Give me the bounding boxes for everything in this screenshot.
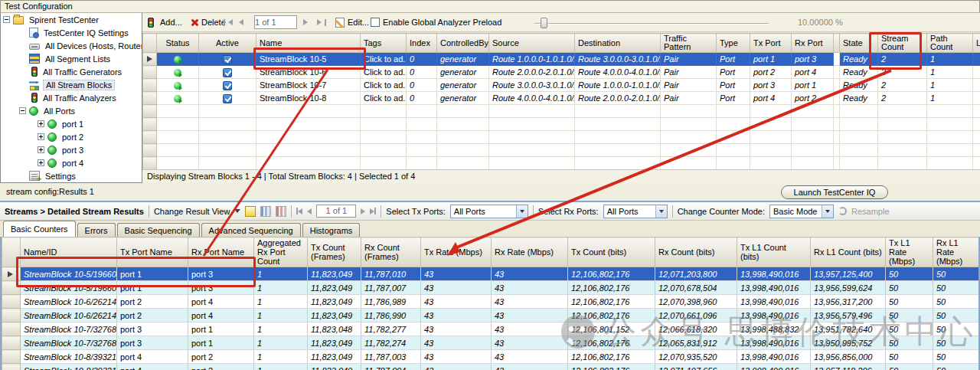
col-controlledby[interactable]: ControlledBy <box>437 34 489 53</box>
stream-block-row[interactable]: StreamBlock 10-6 Click to ad... 0 genera… <box>143 66 980 79</box>
collapse-icon[interactable] <box>19 107 26 114</box>
tab-histograms[interactable]: Histograms <box>302 223 361 237</box>
row-selector[interactable] <box>143 79 157 92</box>
col-index[interactable]: Index <box>407 34 437 53</box>
col-rx-count-frames[interactable]: Rx Count (Frames) <box>361 237 421 267</box>
row-selector[interactable] <box>143 92 157 105</box>
row-selector[interactable] <box>2 350 21 364</box>
stream-result-row[interactable]: StreamBlock 10-7/327681 port 3 port 1 1 … <box>2 336 979 350</box>
tree-item-port-3[interactable]: port 3 <box>1 143 142 156</box>
col-traffic-pattern[interactable]: Traffic Pattern <box>661 34 717 53</box>
col-tx-port-name[interactable]: Tx Port Name <box>117 237 188 267</box>
col-tx-port[interactable]: Tx Port <box>750 34 792 53</box>
row-selector[interactable] <box>143 53 157 66</box>
active-checkbox[interactable] <box>223 68 232 77</box>
col-tx-count-bits[interactable]: Tx Count (bits) <box>568 237 655 267</box>
col-rx-port[interactable]: Rx Port <box>792 34 834 53</box>
tree-item-all-stream-blocks[interactable]: All Stream Blocks <box>1 78 142 91</box>
tab-errors[interactable]: Errors <box>77 223 116 237</box>
col-tx-count-frames[interactable]: Tx Count (Frames) <box>308 237 361 267</box>
chevron-down-icon[interactable] <box>822 205 833 218</box>
preload-checkbox[interactable] <box>371 18 380 27</box>
rx-ports-select[interactable]: All Ports <box>603 205 668 218</box>
results-next-page-button[interactable] <box>361 208 365 214</box>
stream-result-row[interactable]: StreamBlock 10-6/262145 port 2 port 4 1 … <box>2 309 979 323</box>
tree-item-all-ports[interactable]: All Ports <box>1 104 142 117</box>
expand-icon[interactable] <box>38 133 44 140</box>
results-last-page-button[interactable] <box>370 208 376 214</box>
row-selector[interactable] <box>2 309 21 323</box>
tab-basic-counters[interactable]: Basic Counters <box>3 221 76 237</box>
tree-item-port-4[interactable]: port 4 <box>1 156 142 169</box>
stream-result-row[interactable]: StreamBlock 10-7/327680 port 3 port 1 1 … <box>2 323 979 336</box>
col-aggregated-rx-port-count[interactable]: Aggregated Rx Port Count <box>254 237 308 267</box>
chart-view-icon[interactable] <box>260 206 271 217</box>
cell-tags[interactable]: Click to ad... <box>361 66 407 79</box>
col-stream-count[interactable]: Stream Count <box>878 34 927 53</box>
col-clipped[interactable]: L <box>973 34 980 53</box>
tree-item-port-1[interactable]: port 1 <box>1 117 142 130</box>
tree-item-settings[interactable]: Settings <box>1 169 142 182</box>
tx-ports-select[interactable]: All Ports <box>450 205 528 218</box>
col-tags[interactable]: Tags <box>361 34 407 53</box>
stream-block-row[interactable]: StreamBlock 10-5 Click to ad... 0 genera… <box>143 53 980 66</box>
chevron-down-icon[interactable] <box>655 205 667 218</box>
change-result-view-dropdown[interactable]: Change Result View <box>154 207 230 216</box>
tab-basic-sequencing[interactable]: Basic Sequencing <box>117 223 200 237</box>
chevron-down-icon[interactable] <box>516 205 528 218</box>
col-tx-l1-count[interactable]: Tx L1 Count (bits) <box>737 237 811 267</box>
col-path-count[interactable]: Path Count <box>927 34 973 53</box>
last-page-button[interactable] <box>317 15 326 29</box>
col-source[interactable]: Source <box>489 34 575 53</box>
results-first-page-button[interactable] <box>296 208 302 214</box>
tree-item-all-segment-lists[interactable]: All Segment Lists <box>1 52 142 65</box>
tab-advanced-sequencing[interactable]: Advanced Sequencing <box>201 223 301 237</box>
expand-icon[interactable] <box>38 159 44 166</box>
col-tx-l1-rate[interactable]: Tx L1 Rate (Mbps) <box>886 237 933 267</box>
add-button[interactable]: Add... <box>145 15 182 29</box>
expand-icon[interactable] <box>38 146 44 153</box>
col-status[interactable]: Status <box>157 34 199 53</box>
col-active[interactable]: Active <box>199 34 256 53</box>
resample-button[interactable]: Resample <box>851 207 890 216</box>
stream-result-row[interactable]: StreamBlock 10-6/262144 port 2 port 4 1 … <box>2 295 979 309</box>
prev-page-button[interactable] <box>239 15 243 29</box>
results-prev-page-button[interactable] <box>307 208 312 214</box>
row-selector[interactable] <box>143 66 157 79</box>
row-selector[interactable] <box>2 295 21 309</box>
row-selector[interactable] <box>2 267 21 281</box>
stream-result-row[interactable]: StreamBlock 10-5/196608 port 1 port 3 1 … <box>2 267 979 281</box>
chart-view-alt-icon[interactable] <box>276 206 286 217</box>
next-page-button[interactable] <box>303 15 308 29</box>
row-selector[interactable] <box>2 364 21 370</box>
col-state[interactable]: State <box>840 34 878 53</box>
collapse-icon[interactable] <box>3 16 10 23</box>
tree-item-spirent-testcenter[interactable]: Spirent TestCenter <box>1 13 142 26</box>
tree-item-all-traffic-generators[interactable]: All Traffic Generators <box>1 65 142 78</box>
tree-item-port-2[interactable]: port 2 <box>1 130 142 143</box>
cell-tags[interactable]: Click to ad... <box>361 79 407 92</box>
delete-button[interactable]: Delete <box>190 15 226 29</box>
edit-button[interactable]: Edit... <box>335 15 369 29</box>
active-checkbox[interactable] <box>223 81 232 90</box>
col-rx-port-name[interactable]: Rx Port Name <box>188 237 254 267</box>
active-checkbox[interactable] <box>223 55 232 64</box>
stream-result-row[interactable]: StreamBlock 10-8/393216 port 4 port 2 1 … <box>2 350 979 364</box>
tree-item-all-devices[interactable]: All Devices (Hosts, Routers, ... <box>1 39 142 52</box>
tree-item-all-traffic-analyzers[interactable]: All Traffic Analyzers <box>1 91 142 104</box>
tree-item-iq-settings[interactable]: TestCenter IQ Settings <box>1 26 142 39</box>
launch-testcenter-iq-button[interactable]: Launch TestCenter IQ <box>781 185 888 199</box>
chevron-down-icon[interactable] <box>234 209 240 216</box>
row-selector[interactable] <box>2 323 21 336</box>
cell-tags[interactable]: Click to ad... <box>361 53 407 66</box>
col-rx-l1-rate[interactable]: Rx L1 Rate (Mbps) <box>933 237 979 267</box>
col-type[interactable]: Type <box>717 34 750 53</box>
stream-result-row[interactable]: StreamBlock 10-8/393217 port 4 port 2 1 … <box>2 364 979 370</box>
col-name-id[interactable]: Name/ID <box>21 237 117 267</box>
col-rx-rate[interactable]: Rx Rate (Mbps) <box>492 237 568 267</box>
stream-result-row[interactable]: StreamBlock 10-5/196609 port 1 port 3 1 … <box>2 281 979 295</box>
col-rx-count-bits[interactable]: Rx Count (bits) <box>655 237 737 267</box>
load-slider-thumb[interactable] <box>541 18 547 28</box>
col-tx-rate[interactable]: Tx Rate (Mbps) <box>421 237 492 267</box>
stream-block-row[interactable]: StreamBlock 10-7 Click to ad... 0 genera… <box>143 79 980 92</box>
